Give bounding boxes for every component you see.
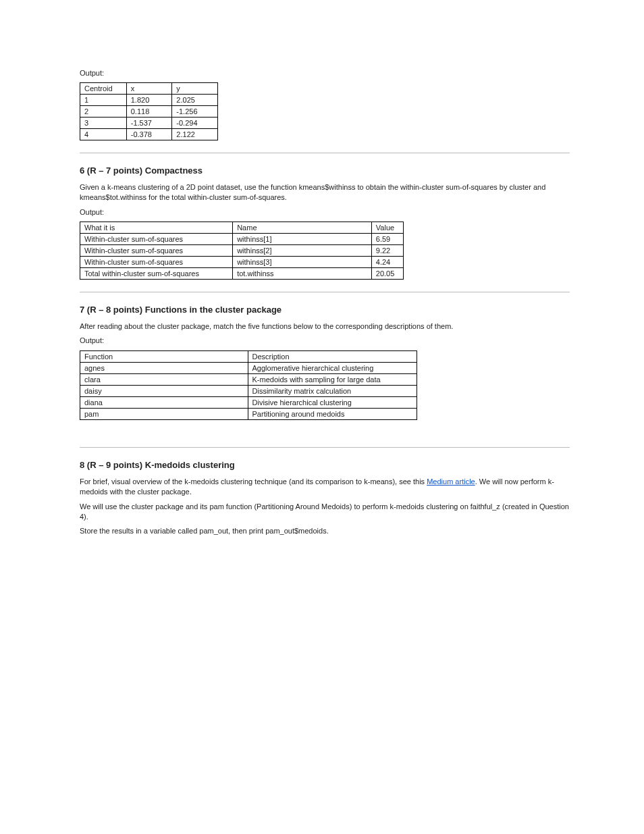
section-centroids: Output: Centroid x y 1 1.820 2.025 2 0.1… [80,68,570,140]
table-row: daisy Dissimilarity matrix calculation [80,385,417,396]
table-header-row: Function Description [80,350,417,362]
divider [80,292,570,292]
table-row: Total within-cluster sum-of-squares tot.… [80,268,404,280]
section-heading: 7 (R – 8 points) Functions in the cluste… [80,305,570,315]
table-row: pam Partitioning around medoids [80,408,417,419]
medium-article-link[interactable]: Medium article [427,477,475,486]
section-functions: 7 (R – 8 points) Functions in the cluste… [80,305,570,420]
table-row: clara K-medoids with sampling for large … [80,373,417,385]
table-header-row: What it is Name Value [80,222,404,234]
table-row: Within-cluster sum-of-squares withinss[3… [80,257,404,268]
section-intro: Given a k-means clustering of a 2D point… [80,182,570,203]
section-intro: After reading about the cluster package,… [80,321,570,332]
table-row: Within-cluster sum-of-squares withinss[1… [80,234,404,245]
body-line: Store the results in a variable called p… [80,526,570,536]
col-what: What it is [80,222,233,234]
section-heading: 8 (R – 9 points) K-medoids clustering [80,460,570,470]
divider [80,153,570,153]
divider [80,447,570,448]
col-description: Description [248,350,417,362]
col-name: Name [233,222,372,234]
table-row: Within-cluster sum-of-squares withinss[2… [80,245,404,257]
compactness-table: What it is Name Value Within-cluster sum… [80,221,404,280]
output-label: Output: [80,207,570,217]
table-header-row: Centroid x y [80,82,218,94]
table-row: diana Divisive hierarchical clustering [80,396,417,408]
intro-prefix: For brief, visual overview of the k-medo… [80,477,427,486]
table-row: 3 -1.537 -0.294 [80,117,218,128]
section-intro-line: For brief, visual overview of the k-medo… [80,477,570,498]
col-centroid: Centroid [80,82,127,94]
col-value: Value [371,222,403,234]
section-heading: 6 (R – 7 points) Compactness [80,165,570,176]
document-page: Output: Centroid x y 1 1.820 2.025 2 0.1… [0,0,644,834]
output-label: Output: [80,336,570,346]
section-kmedoids: 8 (R – 9 points) K-medoids clustering Fo… [80,460,570,537]
table-row: 4 -0.378 2.122 [80,128,218,140]
table-row: 2 0.118 -1.256 [80,105,218,117]
col-function: Function [80,350,248,362]
section-compactness: 6 (R – 7 points) Compactness Given a k-m… [80,165,570,280]
col-y: y [172,82,218,94]
body-line: We will use the cluster package and its … [80,502,570,523]
table-row: agnes Agglomerative hierarchical cluster… [80,362,417,373]
functions-table: Function Description agnes Agglomerative… [80,350,417,420]
output-label: Output: [80,68,570,78]
col-x: x [126,82,172,94]
centroids-table: Centroid x y 1 1.820 2.025 2 0.118 -1.25… [80,82,218,140]
table-row: 1 1.820 2.025 [80,94,218,105]
